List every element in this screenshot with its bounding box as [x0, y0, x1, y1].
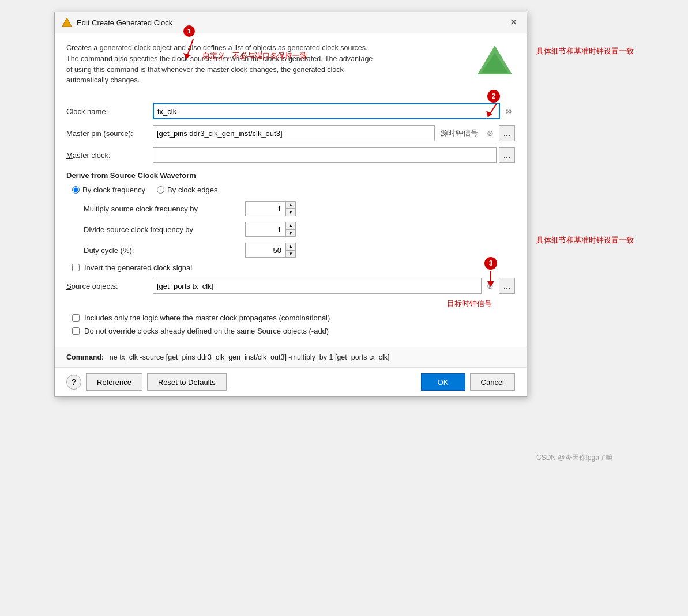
source-objects-browse-button[interactable]: … — [499, 278, 515, 294]
help-label: ? — [72, 377, 76, 387]
divide-row: Divide source clock frequency by ▲ ▼ — [84, 222, 515, 237]
source-objects-input[interactable] — [153, 278, 482, 294]
master-clock-label: Master clock: — [66, 151, 153, 160]
cancel-button[interactable]: Cancel — [470, 373, 515, 391]
multiply-label: Multiply source clock frequency by — [84, 205, 245, 213]
annotation-1-block: 1 自定义，不必与端口名保持一致 — [182, 25, 307, 61]
svg-marker-0 — [62, 18, 72, 27]
multiply-arrows: ▲ ▼ — [285, 201, 296, 216]
invert-label-text: Invert the generated clock signal — [84, 263, 192, 272]
duty-arrows: ▲ ▼ — [285, 243, 296, 258]
duty-input[interactable] — [245, 243, 285, 258]
watermark-block: CSDN @今天你fpga了嘛 — [536, 453, 634, 463]
divide-input[interactable] — [245, 222, 285, 237]
ok-label: OK — [438, 378, 449, 387]
includes-label[interactable]: Includes only the logic where the master… — [84, 313, 330, 322]
master-pin-input-wrap: 源时钟信号 ⊗ … — [153, 125, 515, 141]
command-value: ne tx_clk -source [get_pins ddr3_clk_gen… — [110, 353, 390, 361]
divide-arrows: ▲ ▼ — [285, 222, 296, 237]
right-annotation-1-text: 具体细节和基准时钟设置一致 — [536, 47, 634, 55]
master-clock-input[interactable] — [153, 147, 497, 163]
arrow-1-icon — [182, 38, 199, 61]
cancel-label: Cancel — [481, 378, 504, 387]
includes-checkbox[interactable] — [72, 314, 80, 322]
multiply-row: Multiply source clock frequency by ▲ ▼ — [84, 201, 515, 216]
footer: ? Reference Reset to Defaults OK Cancel — [55, 367, 527, 396]
help-button[interactable]: ? — [66, 375, 81, 390]
right-annotation-2-text: 具体细节和基准时钟设置一致 — [536, 236, 634, 244]
clock-name-row: Clock name: 2 ⊗ — [66, 103, 515, 119]
target-signal-label: 目标时钟信号 — [66, 298, 515, 309]
invert-row: Invert the generated clock signal — [72, 263, 515, 272]
divide-label: Divide source clock frequency by — [84, 225, 245, 234]
close-button[interactable]: ✕ — [507, 17, 520, 28]
ok-button[interactable]: OK — [421, 373, 465, 391]
duty-row: Duty cycle (%): ▲ ▼ — [84, 243, 515, 258]
source-objects-row: 3 Source objects: ⊗ … — [66, 278, 515, 294]
source-objects-input-wrap: ⊗ … — [153, 278, 515, 294]
master-clock-browse-button[interactable]: … — [499, 147, 515, 163]
master-clock-input-wrap: … — [153, 147, 515, 163]
radio-by-frequency[interactable]: By clock frequency — [72, 186, 145, 194]
duty-down-button[interactable]: ▼ — [285, 250, 296, 258]
annotation-1-text: 自定义，不必与端口名保持一致 — [202, 50, 307, 62]
reference-button[interactable]: Reference — [86, 373, 142, 391]
includes-label-text: Includes only the logic where the master… — [84, 313, 330, 322]
watermark-text: CSDN @今天你fpga了嘛 — [536, 454, 613, 462]
right-annotation-1: 具体细节和基准时钟设置一致 — [536, 46, 634, 56]
duty-up-button[interactable]: ▲ — [285, 243, 296, 250]
master-clock-row: Master clock: … — [66, 147, 515, 163]
divide-down-button[interactable]: ▼ — [285, 229, 296, 237]
vivado-logo — [475, 43, 515, 83]
command-section: Command: ne tx_clk -source [get_pins ddr… — [55, 347, 527, 367]
section-title: Derive from Source Clock Waveform — [66, 171, 515, 180]
command-label: Command: — [66, 353, 104, 361]
svg-marker-8 — [487, 281, 494, 287]
dialog-content: Creates a generated clock object and als… — [55, 33, 527, 347]
radio-row: By clock frequency By clock edges — [72, 186, 515, 194]
source-signal-label: 源时钟信号 — [441, 128, 478, 138]
multiply-spinner: ▲ ▼ — [245, 201, 296, 216]
badge-3: 3 — [484, 257, 497, 270]
duty-spinner: ▲ ▼ — [245, 243, 296, 258]
svg-marker-4 — [183, 53, 191, 59]
master-pin-input[interactable] — [153, 125, 435, 141]
radio-by-edges[interactable]: By clock edges — [157, 186, 217, 194]
right-annotation-2: 具体细节和基准时钟设置一致 — [536, 235, 634, 245]
do-not-override-label-text: Do not override clocks already defined o… — [84, 327, 329, 335]
clock-name-label: Clock name: — [66, 107, 153, 116]
duty-label: Duty cycle (%): — [84, 246, 245, 255]
arrow-3-icon — [484, 270, 498, 287]
radio-edges-label: By clock edges — [167, 186, 217, 194]
dialog-title: Edit Create Generated Clock — [77, 18, 172, 27]
description-area: Creates a generated clock object and als… — [66, 43, 515, 86]
badge-1: 1 — [183, 25, 195, 37]
do-not-override-label[interactable]: Do not override clocks already defined o… — [84, 327, 329, 335]
multiply-down-button[interactable]: ▼ — [285, 209, 296, 216]
master-pin-browse-button[interactable]: … — [499, 125, 515, 141]
divide-spinner: ▲ ▼ — [245, 222, 296, 237]
radio-edges-input[interactable] — [157, 186, 164, 194]
badge-3-block: 3 — [484, 257, 498, 287]
invert-label[interactable]: Invert the generated clock signal — [84, 263, 192, 272]
includes-row: Includes only the logic where the master… — [72, 313, 515, 322]
divide-up-button[interactable]: ▲ — [285, 222, 296, 229]
dialog-window: Edit Create Generated Clock ✕ Creates a … — [54, 12, 527, 397]
arrow-2-icon — [485, 103, 502, 120]
invert-checkbox[interactable] — [72, 264, 80, 271]
multiply-input[interactable] — [245, 201, 285, 216]
clock-name-clear-button[interactable]: ⊗ — [502, 105, 515, 118]
master-pin-row: Master pin (source): 源时钟信号 ⊗ … — [66, 125, 515, 141]
do-not-override-checkbox[interactable] — [72, 327, 80, 335]
badge-2-wrap: 2 ⊗ — [502, 105, 515, 118]
do-not-override-row: Do not override clocks already defined o… — [72, 327, 515, 335]
master-pin-clear-button[interactable]: ⊗ — [484, 127, 497, 139]
desc-line4: automatically changes. — [66, 75, 435, 86]
radio-frequency-input[interactable] — [72, 186, 80, 194]
clock-name-input[interactable] — [153, 103, 500, 119]
multiply-up-button[interactable]: ▲ — [285, 201, 296, 209]
reset-label: Reset to Defaults — [158, 378, 216, 387]
right-annotations-panel: 具体细节和基准时钟设置一致 具体细节和基准时钟设置一致 CSDN @今天你fpg… — [527, 12, 634, 463]
reset-button[interactable]: Reset to Defaults — [147, 373, 227, 391]
radio-frequency-label: By clock frequency — [82, 186, 145, 194]
